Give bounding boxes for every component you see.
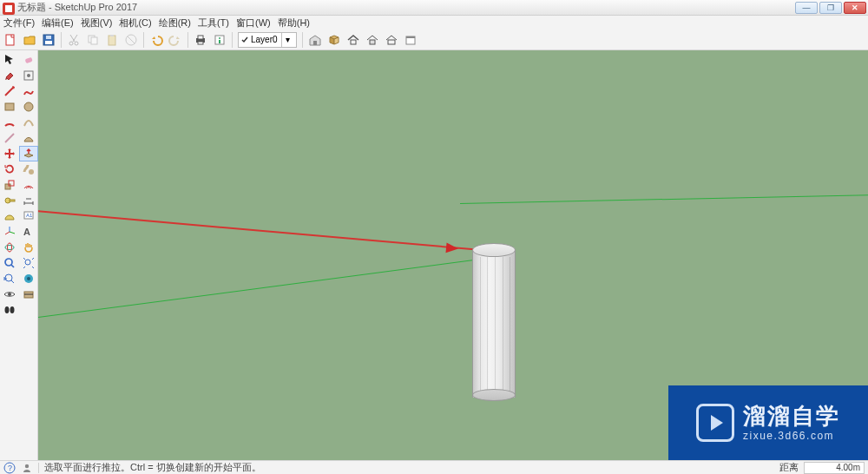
svg-rect-24 xyxy=(406,36,415,38)
model-info-button[interactable] xyxy=(211,31,228,49)
select-tool[interactable] xyxy=(0,52,19,68)
pie-tool[interactable] xyxy=(19,130,38,146)
green-axis-near xyxy=(38,255,507,324)
dimension-tool[interactable] xyxy=(19,193,38,208)
addloc-button[interactable] xyxy=(364,31,381,49)
styles-tool[interactable] xyxy=(19,271,38,286)
arc2-tool[interactable] xyxy=(19,115,38,130)
section-tool[interactable] xyxy=(19,286,38,302)
svg-rect-28 xyxy=(5,103,14,110)
home-button[interactable] xyxy=(345,31,362,49)
menu-camera[interactable]: 相机(C) xyxy=(119,16,151,30)
modeling-viewport[interactable]: 溜溜自学 zixue.3d66.com xyxy=(38,50,868,460)
cut-button[interactable] xyxy=(65,31,82,49)
print-button[interactable] xyxy=(192,31,209,49)
svg-point-7 xyxy=(75,42,78,45)
svg-point-38 xyxy=(5,246,14,250)
distance-field[interactable]: 4.00m xyxy=(804,462,865,474)
arc-tool[interactable] xyxy=(0,115,19,130)
offset-tool[interactable] xyxy=(19,177,38,193)
text-tool[interactable]: A1 xyxy=(19,208,38,224)
component-button[interactable] xyxy=(326,31,343,49)
model-cylinder[interactable] xyxy=(472,243,516,401)
undo-button[interactable] xyxy=(148,31,165,49)
chevron-down-icon[interactable]: ▾ xyxy=(281,33,293,47)
menubar: 文件(F) 编辑(E) 视图(V) 相机(C) 绘图(R) 工具(T) 窗口(W… xyxy=(0,16,868,30)
svg-text:A: A xyxy=(23,227,30,237)
orbit-tool[interactable] xyxy=(0,240,19,255)
svg-point-41 xyxy=(25,260,30,265)
axes-tool[interactable] xyxy=(0,224,19,240)
window-title: 无标题 - SketchUp Pro 2017 xyxy=(17,1,795,14)
menu-edit[interactable]: 编辑(E) xyxy=(42,16,74,30)
lookaround-tool[interactable] xyxy=(0,286,19,302)
followme-tool[interactable] xyxy=(19,161,38,177)
close-button[interactable]: ✕ xyxy=(844,2,866,14)
zoomext-tool[interactable] xyxy=(19,255,38,271)
svg-rect-20 xyxy=(351,40,356,44)
paste-button[interactable] xyxy=(103,31,121,49)
freehand-tool[interactable] xyxy=(19,83,38,99)
menu-help[interactable]: 帮助(H) xyxy=(278,16,310,30)
delete-button[interactable] xyxy=(122,31,140,49)
prev-view-tool[interactable] xyxy=(0,271,19,286)
maximize-button[interactable]: ❐ xyxy=(819,2,842,14)
svg-point-39 xyxy=(8,243,12,252)
svg-rect-25 xyxy=(25,57,33,63)
warehouse-button[interactable] xyxy=(306,31,324,49)
save-button[interactable] xyxy=(40,31,57,49)
separator xyxy=(232,32,233,48)
pushpull-tool[interactable] xyxy=(19,146,38,161)
extensions-button[interactable] xyxy=(402,31,419,49)
user-icon[interactable] xyxy=(21,462,33,474)
menu-window[interactable]: 窗口(W) xyxy=(236,16,271,30)
preview-button[interactable] xyxy=(383,31,400,49)
svg-point-51 xyxy=(25,464,29,467)
menu-view[interactable]: 视图(V) xyxy=(81,16,113,30)
menu-tools[interactable]: 工具(T) xyxy=(198,16,229,30)
protractor-tool[interactable] xyxy=(0,208,19,224)
rectangle-tool[interactable] xyxy=(0,99,19,115)
menu-draw[interactable]: 绘图(R) xyxy=(159,16,191,30)
open-button[interactable] xyxy=(21,31,38,49)
move-tool[interactable] xyxy=(0,146,19,161)
svg-point-27 xyxy=(27,74,30,77)
svg-rect-19 xyxy=(313,41,317,45)
help-icon[interactable]: ? xyxy=(3,462,16,474)
app-icon xyxy=(2,2,14,14)
separator xyxy=(302,32,303,48)
svg-text:?: ? xyxy=(8,464,12,472)
redo-button[interactable] xyxy=(167,31,184,49)
rotate-tool[interactable] xyxy=(0,161,19,177)
eraser-tool[interactable] xyxy=(19,52,38,68)
watermark-url: zixue.3d66.com xyxy=(743,431,834,441)
3dtext-tool[interactable]: A xyxy=(19,224,38,240)
svg-rect-10 xyxy=(108,36,115,45)
svg-rect-15 xyxy=(198,42,203,44)
pan-tool[interactable] xyxy=(19,240,38,255)
zoom-tool[interactable] xyxy=(0,255,19,271)
walk-tool[interactable] xyxy=(0,302,19,318)
new-button[interactable] xyxy=(2,31,19,49)
minimize-button[interactable]: — xyxy=(795,2,818,14)
menu-file[interactable]: 文件(F) xyxy=(3,16,35,30)
tape-tool[interactable] xyxy=(0,193,19,208)
cylinder-body xyxy=(472,250,516,398)
circle-tool[interactable] xyxy=(19,99,38,115)
svg-rect-11 xyxy=(110,35,114,36)
svg-text:A1: A1 xyxy=(26,213,33,218)
svg-point-30 xyxy=(29,169,34,174)
separator xyxy=(38,463,39,473)
layer-selector[interactable]: Layer0 ▾ xyxy=(238,32,297,48)
copy-button[interactable] xyxy=(84,31,102,49)
polygon-tool[interactable] xyxy=(0,130,19,146)
empty-slot xyxy=(19,302,38,318)
scale-tool[interactable] xyxy=(0,177,19,193)
paint-tool[interactable] xyxy=(0,68,19,83)
svg-rect-4 xyxy=(45,41,52,44)
svg-point-44 xyxy=(27,277,30,280)
make-component-tool[interactable] xyxy=(19,68,38,83)
svg-point-29 xyxy=(24,102,33,111)
main-toolbar: Layer0 ▾ xyxy=(0,30,868,50)
line-tool[interactable] xyxy=(0,83,19,99)
